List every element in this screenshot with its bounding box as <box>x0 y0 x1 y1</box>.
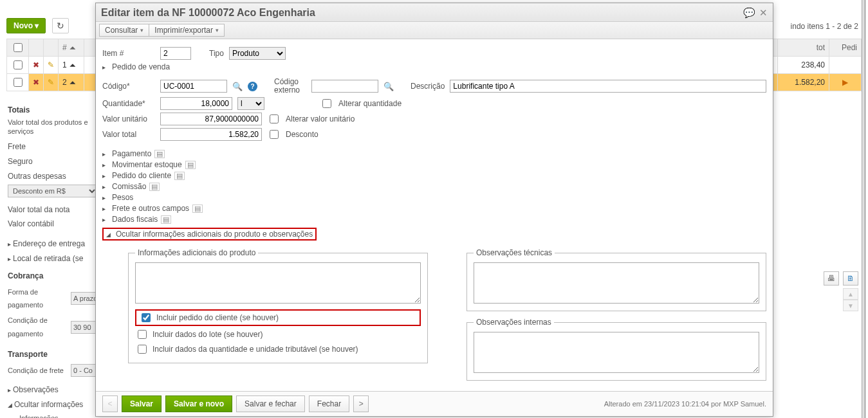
pickup-location-toggle[interactable]: Local de retirada (se <box>8 251 98 266</box>
payment-cond-input[interactable] <box>71 321 98 334</box>
doc-icon: ▤ <box>161 215 171 224</box>
doc-icon: ▤ <box>154 150 165 158</box>
obs-toggle[interactable]: Observações <box>8 383 98 397</box>
search-icon[interactable]: 🔍 <box>232 82 243 91</box>
weights-toggle[interactable]: Pesos <box>112 193 133 202</box>
include-qty-checkbox[interactable] <box>138 345 147 354</box>
doc-icon: ▤ <box>149 183 160 191</box>
select-all-checkbox[interactable] <box>14 43 23 52</box>
internal-notes-textarea[interactable] <box>474 332 759 373</box>
stock-toggle[interactable]: Movimentar estoque <box>112 160 182 169</box>
scroll-up-icon[interactable]: ▲ <box>843 288 858 300</box>
include-lot-checkbox[interactable] <box>138 330 147 339</box>
change-qty-checkbox[interactable] <box>322 99 331 108</box>
client-order-toggle[interactable]: Pedido do cliente <box>112 171 171 180</box>
vertical-scrollbar[interactable] <box>862 0 865 418</box>
hide-additional-info-toggle[interactable]: Ocultar informações adicionais do produt… <box>102 228 317 241</box>
search-icon[interactable]: 🔍 <box>383 82 394 91</box>
save-close-button[interactable]: Salvar e fechar <box>236 395 305 412</box>
audit-info: Alterado em 23/11/2023 10:21:04 por MXP … <box>604 400 766 408</box>
close-icon[interactable]: ✕ <box>759 7 768 19</box>
freight-toggle[interactable]: Frete e outros campos <box>112 204 189 213</box>
discount-select[interactable]: Desconto em R$ <box>8 185 98 197</box>
dialog-title: Editar item da NF 10000072 Aco Engenhari… <box>101 7 739 19</box>
close-button[interactable]: Fechar <box>309 395 349 412</box>
col-tot: tot <box>778 39 829 57</box>
row-checkbox[interactable] <box>14 60 23 69</box>
print-icon[interactable]: 🖶 <box>824 271 839 286</box>
help-icon[interactable]: ? <box>248 82 257 91</box>
edit-icon[interactable]: ✎ <box>44 57 59 74</box>
save-button[interactable]: Salvar <box>122 395 162 412</box>
new-button[interactable]: Novo ▾ <box>6 18 46 33</box>
doc-icon: ▤ <box>192 204 203 213</box>
next-button[interactable]: > <box>353 395 369 412</box>
item-number-input[interactable] <box>160 47 191 60</box>
prev-button[interactable]: < <box>102 395 118 412</box>
scroll-down-icon[interactable]: ▼ <box>843 300 858 311</box>
export-icon[interactable]: 🗎 <box>843 271 858 286</box>
left-sidebar: Totais Valor total dos produtos e serviç… <box>8 103 98 418</box>
quantity-input[interactable] <box>160 97 232 110</box>
sales-order-toggle[interactable]: Pedido de venda <box>112 62 170 71</box>
col-pedi: Pedi <box>829 39 862 57</box>
doc-icon: ▤ <box>174 172 185 180</box>
external-code-input[interactable] <box>311 80 378 93</box>
unit-select[interactable]: l <box>237 97 264 110</box>
delete-icon[interactable]: ✖ <box>29 57 44 74</box>
delete-icon[interactable]: ✖ <box>29 74 44 91</box>
row-checkbox[interactable] <box>14 78 23 87</box>
total-value-input[interactable] <box>160 128 262 141</box>
chat-icon[interactable]: 💬 <box>743 7 755 19</box>
additional-info-textarea[interactable] <box>135 262 421 304</box>
discount-checkbox[interactable] <box>270 130 279 139</box>
description-input[interactable] <box>450 80 766 93</box>
doc-icon: ▤ <box>185 161 196 169</box>
save-new-button[interactable]: Salvar e novo <box>165 395 232 412</box>
consult-menu[interactable]: Consultar <box>99 24 149 37</box>
print-export-menu[interactable]: Imprimir/exportar <box>149 24 225 37</box>
payment-toggle[interactable]: Pagamento <box>112 149 151 158</box>
new-button-label: Novo <box>14 21 33 30</box>
fiscal-toggle[interactable]: Dados fiscais <box>112 215 158 224</box>
hide-info-toggle[interactable]: Ocultar informações <box>8 397 98 412</box>
delivery-address-toggle[interactable]: Endereço de entrega <box>8 237 98 251</box>
freight-cond-input[interactable] <box>71 364 98 377</box>
code-input[interactable] <box>160 80 227 93</box>
type-select[interactable]: Produto <box>229 47 286 60</box>
refresh-icon[interactable]: ↻ <box>52 18 69 33</box>
technical-notes-textarea[interactable] <box>474 262 759 304</box>
payment-form-input[interactable] <box>71 292 98 305</box>
commission-toggle[interactable]: Comissão <box>112 182 146 191</box>
totals-header: Totais <box>8 103 98 118</box>
unit-value-input[interactable] <box>160 113 262 125</box>
change-unit-value-checkbox[interactable] <box>270 114 279 123</box>
paging-status: indo itens 1 - 2 de 2 <box>791 22 858 31</box>
edit-icon[interactable]: ✎ <box>44 74 59 91</box>
include-client-order-checkbox[interactable] <box>142 313 151 322</box>
edit-item-dialog: Editar item da NF 10000072 Aco Engenhari… <box>95 3 773 417</box>
